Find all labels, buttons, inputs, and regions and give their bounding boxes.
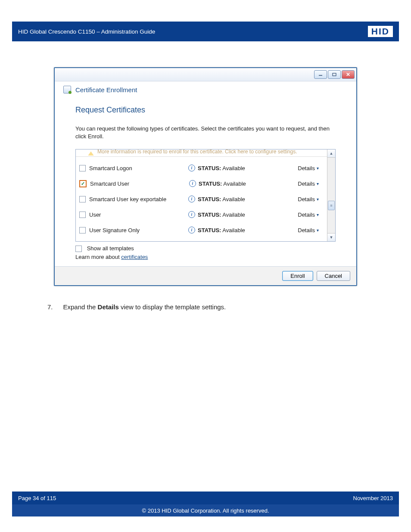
info-icon: i: [188, 196, 195, 202]
dialog-window-title: Certificate Enrollment: [75, 86, 137, 93]
certificate-status: iSTATUS: Available: [188, 227, 274, 233]
certificate-row: UseriSTATUS: AvailableDetails▾: [79, 207, 319, 222]
window-titlebar: ✕: [55, 68, 356, 81]
info-icon: i: [188, 165, 195, 171]
chevron-down-icon: ▾: [317, 166, 319, 171]
info-icon: i: [188, 211, 195, 218]
details-toggle[interactable]: Details▾: [298, 196, 319, 202]
certificate-checkbox[interactable]: [79, 227, 86, 233]
scroll-up-button[interactable]: ▲: [327, 149, 335, 158]
certificate-row: Smartcard User key exportableiSTATUS: Av…: [79, 191, 319, 207]
scroll-thumb[interactable]: [328, 201, 335, 210]
dialog-instruction: You can request the following types of c…: [75, 125, 336, 140]
chevron-down-icon: ▾: [317, 228, 319, 233]
hid-logo: HID: [368, 26, 393, 37]
details-toggle[interactable]: Details▾: [298, 212, 319, 218]
certificate-status: iSTATUS: Available: [188, 165, 274, 171]
certificate-status: iSTATUS: Available: [188, 196, 274, 202]
certificate-name: Smartcard User key exportable: [89, 196, 188, 202]
dialog-heading: Request Certificates: [75, 106, 336, 115]
cert-enrollment-dialog: ✕ Certificate Enrollment Request Certifi…: [54, 67, 357, 286]
step-instruction: 7. Expand the Details view to display th…: [47, 303, 394, 311]
certificate-checkbox[interactable]: [79, 212, 86, 218]
doc-date: November 2013: [353, 495, 393, 501]
chevron-down-icon: ▾: [317, 212, 319, 217]
info-banner-text: More information is required to enroll f…: [97, 149, 297, 155]
info-icon: i: [189, 180, 196, 187]
doc-footer: Page 34 of 115 November 2013 © 2013 HID …: [12, 492, 399, 516]
chevron-down-icon: ▾: [317, 181, 319, 186]
certificate-row: User Signature OnlyiSTATUS: AvailableDet…: [79, 222, 319, 238]
maximize-button[interactable]: [328, 70, 341, 79]
page-number: Page 34 of 115: [18, 495, 56, 501]
step-body: Expand the Details view to display the t…: [63, 303, 226, 311]
enroll-button[interactable]: Enroll: [282, 271, 313, 281]
certificate-name: Smartcard Logon: [89, 165, 188, 171]
certificate-list: More information is required to enroll f…: [75, 149, 336, 242]
certificate-row: Smartcard UseriSTATUS: AvailableDetails▾: [79, 176, 319, 191]
show-all-templates-row[interactable]: Show all templates: [75, 245, 336, 252]
scroll-down-button[interactable]: ▼: [327, 233, 335, 241]
step-number: 7.: [47, 303, 53, 311]
scrollbar[interactable]: ▲ ▼: [327, 149, 335, 241]
certificate-name: Smartcard User: [90, 180, 189, 187]
learn-more-prefix: Learn more about: [75, 254, 121, 260]
details-toggle[interactable]: Details▾: [298, 165, 319, 171]
certificate-icon: [63, 86, 71, 93]
copyright: © 2013 HID Global Corporation. All right…: [142, 507, 269, 514]
doc-header-bar: HID Global Crescendo C1150 – Administrat…: [12, 22, 399, 41]
certificate-name: User: [89, 212, 188, 218]
svg-rect-1: [333, 73, 336, 76]
close-button[interactable]: ✕: [342, 70, 355, 79]
certificate-checkbox[interactable]: [79, 165, 86, 171]
show-all-templates-label: Show all templates: [87, 245, 134, 252]
show-all-templates-checkbox[interactable]: [75, 246, 82, 252]
doc-header-title: HID Global Crescendo C1150 – Administrat…: [18, 28, 155, 35]
details-toggle[interactable]: Details▾: [298, 227, 319, 233]
cancel-button[interactable]: Cancel: [317, 271, 350, 281]
warning-icon: [88, 151, 94, 156]
details-toggle[interactable]: Details▾: [298, 180, 319, 187]
dialog-footer: Enroll Cancel: [55, 266, 356, 285]
certificate-checkbox[interactable]: [79, 196, 86, 202]
minimize-button[interactable]: [314, 70, 327, 79]
certificate-status: iSTATUS: Available: [188, 211, 274, 218]
info-icon: i: [188, 227, 195, 233]
certificate-status: iSTATUS: Available: [189, 180, 275, 187]
chevron-down-icon: ▾: [317, 197, 319, 202]
learn-more-row: Learn more about certificates: [75, 254, 336, 260]
info-banner[interactable]: More information is required to enroll f…: [76, 149, 327, 157]
certificates-link[interactable]: certificates: [121, 254, 148, 260]
certificate-row: Smartcard LogoniSTATUS: AvailableDetails…: [79, 160, 319, 176]
certificate-name: User Signature Only: [89, 227, 188, 233]
certificate-checkbox[interactable]: [79, 180, 87, 187]
